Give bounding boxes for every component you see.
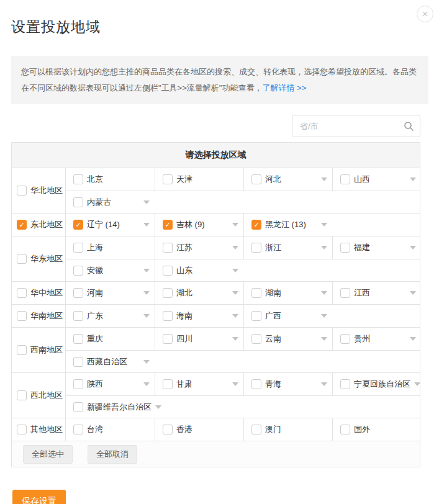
province-checkbox[interactable]: ✓ bbox=[251, 311, 261, 321]
province-checkbox[interactable]: ✓ bbox=[340, 379, 350, 389]
chevron-down-icon[interactable] bbox=[410, 178, 416, 181]
province-checkbox[interactable]: ✓ bbox=[73, 197, 83, 207]
province-cell: ✓北京 bbox=[66, 168, 155, 191]
region-checkbox[interactable]: ✓ bbox=[17, 425, 27, 434]
chevron-down-icon[interactable] bbox=[321, 223, 327, 227]
region-checkbox[interactable]: ✓ bbox=[17, 311, 27, 321]
table-row: ✓华中地区✓河南✓湖北✓湖南✓江西 bbox=[12, 281, 420, 304]
province-checkbox[interactable]: ✓ bbox=[73, 311, 83, 321]
province-cell: ✓台湾 bbox=[66, 418, 155, 441]
close-icon[interactable]: × bbox=[417, 6, 433, 22]
chevron-down-icon[interactable] bbox=[155, 405, 161, 409]
chevron-down-icon[interactable] bbox=[232, 382, 238, 386]
region-line: ✓辽宁 (14)✓吉林 (9)✓黑龙江 (13) bbox=[66, 214, 420, 236]
chevron-down-icon[interactable] bbox=[410, 291, 416, 295]
province-checkbox[interactable]: ✓ bbox=[340, 288, 350, 298]
province-checkbox[interactable]: ✓ bbox=[251, 288, 261, 298]
region-label: 西南地区 bbox=[30, 344, 63, 356]
cancel-all-button[interactable]: 全部取消 bbox=[88, 445, 137, 464]
chevron-down-icon[interactable] bbox=[410, 246, 416, 250]
province-checkbox[interactable]: ✓ bbox=[163, 288, 173, 298]
search-icon[interactable] bbox=[404, 121, 414, 131]
province-label: 国外 bbox=[354, 424, 370, 435]
province-checkbox[interactable]: ✓ bbox=[73, 357, 83, 367]
province-checkbox[interactable]: ✓ bbox=[73, 266, 83, 276]
province-checkbox[interactable]: ✓ bbox=[73, 402, 83, 412]
chevron-down-icon[interactable] bbox=[143, 382, 150, 386]
region-lines: ✓北京✓天津✓河北✓山西✓内蒙古 bbox=[66, 168, 420, 213]
chevron-down-icon[interactable] bbox=[410, 337, 416, 341]
province-label: 内蒙古 bbox=[87, 197, 111, 208]
province-checkbox[interactable]: ✓ bbox=[251, 425, 261, 434]
learn-more-link[interactable]: 了解详情 >> bbox=[262, 83, 306, 92]
chevron-down-icon[interactable] bbox=[232, 291, 238, 295]
chevron-down-icon[interactable] bbox=[321, 337, 327, 341]
chevron-down-icon[interactable] bbox=[232, 246, 238, 250]
chevron-down-icon[interactable] bbox=[143, 291, 150, 295]
province-checkbox[interactable]: ✓ bbox=[73, 425, 83, 434]
region-checkbox[interactable]: ✓ bbox=[17, 390, 27, 400]
province-checkbox[interactable]: ✓ bbox=[163, 266, 173, 276]
province-checkbox[interactable]: ✓ bbox=[163, 174, 173, 184]
province-checkbox[interactable]: ✓ bbox=[163, 379, 173, 389]
province-checkbox[interactable]: ✓ bbox=[340, 334, 350, 344]
province-label: 黑龙江 (13) bbox=[265, 219, 306, 230]
chevron-down-icon[interactable] bbox=[143, 269, 150, 272]
province-checkbox[interactable]: ✓ bbox=[163, 425, 173, 434]
province-checkbox[interactable]: ✓ bbox=[163, 243, 173, 253]
search-input[interactable] bbox=[292, 115, 420, 137]
province-checkbox[interactable]: ✓ bbox=[251, 174, 261, 184]
chevron-down-icon[interactable] bbox=[321, 178, 327, 181]
province-checkbox[interactable]: ✓ bbox=[340, 243, 350, 253]
region-checkbox[interactable]: ✓ bbox=[17, 345, 27, 355]
province-label: 四川 bbox=[176, 333, 192, 344]
province-checkbox[interactable]: ✓ bbox=[73, 174, 83, 184]
chevron-down-icon[interactable] bbox=[143, 223, 150, 227]
chevron-down-icon[interactable] bbox=[321, 246, 327, 250]
page-title: 设置投放地域 bbox=[11, 17, 428, 37]
save-settings-button[interactable]: 保存设置 bbox=[12, 490, 66, 504]
chevron-down-icon[interactable] bbox=[143, 314, 150, 318]
chevron-down-icon[interactable] bbox=[321, 382, 327, 386]
province-checkbox[interactable]: ✓ bbox=[251, 220, 261, 230]
chevron-down-icon[interactable] bbox=[232, 223, 238, 227]
province-cell: ✓江苏 bbox=[155, 236, 243, 259]
chevron-down-icon[interactable] bbox=[232, 269, 238, 272]
province-checkbox[interactable]: ✓ bbox=[73, 334, 83, 344]
select-all-button[interactable]: 全部选中 bbox=[23, 445, 73, 464]
province-checkbox[interactable]: ✓ bbox=[251, 379, 261, 389]
region-table: 请选择投放区域 ✓华北地区✓北京✓天津✓河北✓山西✓内蒙古✓东北地区✓辽宁 (1… bbox=[11, 142, 420, 467]
chevron-down-icon[interactable] bbox=[232, 337, 238, 341]
province-cell: ✓新疆维吾尔自治区 bbox=[66, 396, 166, 418]
search-row bbox=[11, 115, 420, 137]
region-line: ✓台湾✓香港✓澳门✓国外 bbox=[66, 418, 420, 441]
region-label-cell: ✓东北地区 bbox=[12, 214, 66, 236]
chevron-down-icon[interactable] bbox=[143, 360, 150, 364]
chevron-down-icon[interactable] bbox=[232, 314, 238, 318]
province-checkbox[interactable]: ✓ bbox=[73, 220, 83, 230]
region-checkbox[interactable]: ✓ bbox=[17, 288, 27, 298]
region-label-cell: ✓西北地区 bbox=[12, 373, 66, 418]
province-label: 重庆 bbox=[87, 333, 103, 344]
province-checkbox[interactable]: ✓ bbox=[340, 174, 350, 184]
region-line: ✓陕西✓甘肃✓青海✓宁夏回族自治区 bbox=[66, 373, 420, 395]
province-checkbox[interactable]: ✓ bbox=[73, 379, 83, 389]
region-checkbox[interactable]: ✓ bbox=[17, 254, 27, 264]
chevron-down-icon[interactable] bbox=[414, 382, 420, 386]
province-checkbox[interactable]: ✓ bbox=[163, 334, 173, 344]
chevron-down-icon[interactable] bbox=[321, 314, 327, 318]
province-label: 河南 bbox=[87, 287, 103, 299]
region-checkbox[interactable]: ✓ bbox=[17, 220, 27, 230]
province-checkbox[interactable]: ✓ bbox=[73, 243, 83, 253]
chevron-down-icon[interactable] bbox=[143, 200, 150, 204]
province-checkbox[interactable]: ✓ bbox=[163, 311, 173, 321]
province-checkbox[interactable]: ✓ bbox=[340, 425, 350, 434]
region-checkbox[interactable]: ✓ bbox=[17, 186, 27, 196]
province-checkbox[interactable]: ✓ bbox=[163, 220, 173, 230]
region-table-header: 请选择投放区域 bbox=[12, 143, 420, 168]
province-checkbox[interactable]: ✓ bbox=[73, 288, 83, 298]
province-checkbox[interactable]: ✓ bbox=[251, 334, 261, 344]
province-checkbox[interactable]: ✓ bbox=[251, 243, 261, 253]
province-label: 湖南 bbox=[265, 287, 281, 299]
chevron-down-icon[interactable] bbox=[321, 291, 327, 295]
